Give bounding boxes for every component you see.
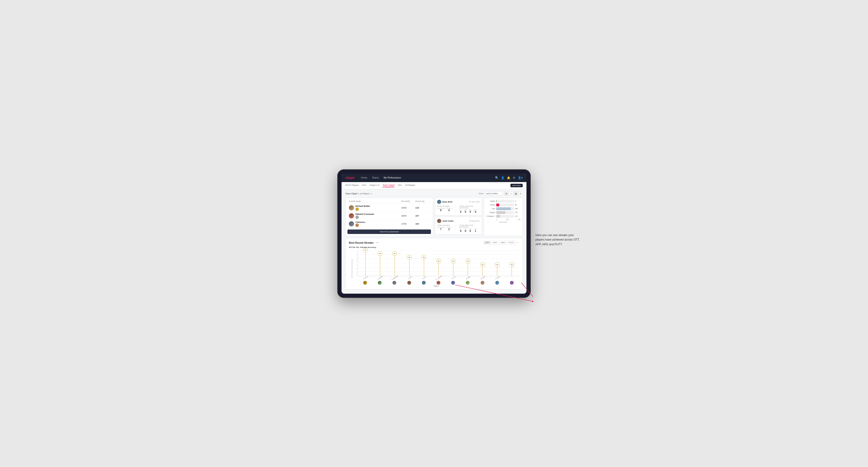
player-avatar <box>451 281 455 285</box>
main-content: Team Clippd | 14 Players ✏ Show Last 3 m… <box>342 189 526 294</box>
streak-bubble: 4x <box>436 259 441 263</box>
sub-nav: PGAT Players PGA Hcaps 1-5 Team Clippd T… <box>342 182 526 189</box>
streak-bubble: 5x <box>407 255 412 260</box>
activities-cols: OTT 0 APP 0 <box>459 209 479 213</box>
subnav-hcaps[interactable]: Hcaps 1-5 <box>370 184 379 187</box>
lb-avg: 110 <box>415 207 430 209</box>
player-info: Cameron... 3 <box>349 221 401 227</box>
rounds-cols: Tournament 8 Practice 4 <box>437 208 452 212</box>
streak-bars-container: 7x 6x <box>358 250 519 276</box>
player-name-label: R. Butler <box>480 276 486 280</box>
player-avatar <box>510 281 514 285</box>
subnav-all-players[interactable]: All Players <box>405 184 415 187</box>
total-rounds-group: Total Rounds Tournament 8 Practice <box>437 206 452 213</box>
avatar <box>349 221 354 226</box>
player-info: Richard Butler 1 <box>349 205 401 211</box>
nav-home[interactable]: Home <box>360 176 368 180</box>
streak-bubble: 6x <box>392 251 397 256</box>
streak-bar-item: 4x <box>431 261 446 276</box>
filter-ott[interactable]: OTT <box>484 241 491 244</box>
y-tick-5: 5 <box>353 257 357 258</box>
card-player-name: Josh Coles <box>442 220 454 222</box>
streaks-subtitle: Off The Tee, Fairway Accuracy <box>349 246 519 248</box>
stats-row: Total Rounds Tournament 8 Practice <box>437 206 480 213</box>
nav-icons: 🔍 👤 🔔 ⚙ 👤▾ <box>495 176 523 180</box>
card-date: 02 Sep 2023 <box>469 201 479 203</box>
two-column-layout: PLAYER NAME PB SCORE PB AVG SQ Richard B… <box>345 198 523 236</box>
streak-player-item: R. Butler <box>475 277 490 285</box>
logo: clippd <box>345 176 354 180</box>
player-name: Richard Butler <box>355 205 370 207</box>
streak-bubble: 6x <box>378 251 382 256</box>
tournament-value: 7 <box>440 228 441 231</box>
streak-player-item: E. Crossman <box>431 277 446 285</box>
filter-putt[interactable]: PUTT <box>507 241 516 244</box>
view-leaderboard-button[interactable]: View Full Leaderboard <box>347 229 431 234</box>
total-rounds-label: Total Rounds <box>437 206 452 207</box>
player-avatar <box>407 281 411 285</box>
player-name-label: ... <box>512 277 513 279</box>
people-icon[interactable]: 👤 <box>501 176 504 180</box>
bar-label: Bogeys <box>486 212 495 213</box>
streak-bar-item: 3x <box>504 264 519 276</box>
col-pb-score: PB SCORE <box>401 200 415 202</box>
rank-badge: 2 <box>355 216 359 219</box>
x-label-0: 0 <box>496 219 497 220</box>
nav-teams[interactable]: Teams <box>371 176 380 180</box>
player-count-value: 14 Players <box>360 192 370 195</box>
player-name: Edward Crossman <box>355 213 374 215</box>
card-view-btn[interactable]: ▦ <box>514 191 518 196</box>
player-avatar <box>393 281 396 285</box>
avatar <box>349 205 354 210</box>
streak-bar-line <box>365 250 366 276</box>
streak-bar-line <box>395 253 395 276</box>
player-name: Cameron... <box>355 221 367 223</box>
streak-bubble: 5x <box>422 255 426 260</box>
putt-value: 1 <box>475 230 476 232</box>
list-view-btn[interactable]: ≡ <box>509 191 513 196</box>
settings-icon[interactable]: ⚙ <box>513 176 516 180</box>
subnav-pgat[interactable]: PGAT Players <box>345 184 359 187</box>
table-view-btn[interactable]: ⊟ <box>519 191 523 196</box>
filter-app[interactable]: APP <box>492 241 499 244</box>
time-filter-select[interactable]: Last 3 months Last 6 months Last 12 mont… <box>485 192 503 195</box>
streak-bubble: 3x <box>509 262 514 267</box>
edit-icon[interactable]: ✏ <box>371 192 372 195</box>
bar-fill-pars <box>496 207 511 210</box>
tournament-col: Tournament 8 <box>437 208 445 212</box>
nav-my-performance[interactable]: My Performance <box>382 176 402 180</box>
streak-bar-item: 4x <box>461 261 475 276</box>
subnav-pga[interactable]: PGA <box>362 184 366 187</box>
arg-col: ARG 0 <box>469 228 472 232</box>
add-team-button[interactable]: Add Team <box>510 184 523 187</box>
subnav-tour[interactable]: Tour <box>398 184 402 187</box>
player-name-label: R. Britt <box>422 276 426 280</box>
stats-row: Total Rounds Tournament 7 Practice <box>437 224 480 232</box>
streak-player-item: R. Britt <box>416 277 431 285</box>
filter-arg[interactable]: ARG <box>499 241 507 244</box>
practice-activities-label: Total Practice Activities <box>459 224 479 228</box>
streak-player-item: M. Miller <box>460 277 475 285</box>
ott-value: 0 <box>460 211 461 213</box>
ott-col: OTT 0 <box>459 228 462 232</box>
bar-track <box>496 200 514 203</box>
y-axis-label: Best Streak, Fairway Accuracy <box>351 250 352 287</box>
nav-links: Home Teams My Performance <box>360 176 491 180</box>
practice-value: 4 <box>448 209 450 212</box>
bar-label: Pars <box>486 208 495 210</box>
search-icon[interactable]: 🔍 <box>495 176 499 180</box>
streak-player-item: B. McHeg <box>372 277 387 285</box>
chart-x-labels: 0 200 400 <box>486 219 521 220</box>
avatar <box>349 213 354 218</box>
grid-view-btn[interactable]: ⊞ <box>504 191 508 196</box>
bar-track <box>496 215 514 218</box>
bar-value-eagles: 3 <box>515 200 521 202</box>
bell-icon[interactable]: 🔔 <box>507 176 510 180</box>
user-menu[interactable]: 👤▾ <box>518 176 523 180</box>
subnav-team-clippd[interactable]: Team Clippd <box>382 184 394 187</box>
bar-chart: Eagles 3 Birdies <box>486 200 521 218</box>
bar-row-pars: Pars 499 <box>486 207 521 210</box>
player-count: | <box>358 192 359 195</box>
streak-bubble: 3x <box>495 262 500 267</box>
card-header: Rees Britt 02 Sep 2023 <box>437 200 480 204</box>
